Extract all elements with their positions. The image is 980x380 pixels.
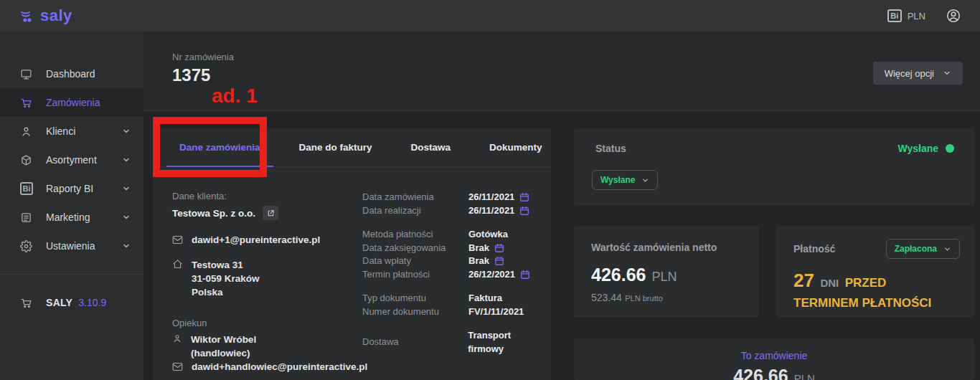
sidebar-item-bi-reports[interactable]: Bi Raporty BI: [0, 174, 143, 203]
cart-icon: [20, 297, 33, 309]
tab-invoice-data[interactable]: Dane do faktury: [289, 128, 382, 167]
info-value: Gotówka: [468, 228, 508, 242]
net-currency: PLN: [651, 270, 677, 285]
user-account-icon[interactable]: [946, 8, 961, 24]
client-column: Dane klienta: Testowa Sp. z o.o.: [172, 191, 352, 372]
sidebar-item-marketing[interactable]: Marketing: [0, 203, 143, 232]
chevron-down-icon: [122, 242, 131, 250]
info-value: Faktura: [468, 292, 502, 305]
more-options-button[interactable]: Więcej opcji: [873, 62, 963, 85]
order-info-column: Data zamówienia 26/11/2021 Data realizac…: [362, 191, 549, 366]
tab-order-data[interactable]: Dane zamówienia: [169, 128, 270, 167]
order-number-label: Nr zamówienia: [172, 52, 234, 62]
total-currency: PLN: [794, 372, 815, 380]
chevron-down-icon: [943, 69, 951, 77]
payment-card-title: Płatność: [793, 243, 835, 255]
person-icon: [20, 125, 33, 138]
status-value-text: Wysłane: [897, 143, 938, 154]
tab-bar: Dane zamówienia Dane do faktury Dostawa …: [153, 128, 551, 167]
status-card-title: Status: [595, 143, 626, 154]
info-value: 26/11/2021: [468, 204, 514, 218]
home-icon: [172, 259, 183, 299]
info-label: Termin płatności: [362, 268, 468, 282]
order-number-value: 1375: [172, 65, 234, 85]
info-label: Numer dokumentu: [362, 305, 468, 319]
app-logo[interactable]: saly: [19, 6, 72, 25]
info-value: Brak: [468, 255, 489, 268]
topbar: saly Bi PLN: [0, 0, 980, 32]
status-dropdown[interactable]: Wysłane: [592, 170, 658, 190]
sidebar-footer: SALY 3.10.9: [0, 288, 143, 317]
sidebar-item-assortment[interactable]: Asortyment: [0, 146, 143, 174]
payment-deadline-text: PRZED TERMINEM PŁATNOŚCI: [793, 276, 931, 310]
client-data-label: Dane klienta:: [172, 191, 352, 201]
chevron-down-icon: [122, 127, 131, 136]
sidebar-item-orders[interactable]: Zamówienia: [0, 88, 143, 117]
cart-icon: [20, 97, 33, 109]
chevron-down-icon: [122, 156, 131, 164]
sidebar-item-label: Klienci: [46, 125, 122, 137]
person-icon: [172, 333, 182, 360]
info-value: FV/1/11/2021: [468, 305, 524, 319]
net-card-title: Wartość zamówienia netto: [591, 242, 742, 253]
sidebar-item-dashboard[interactable]: Dashboard: [0, 60, 143, 88]
sidebar-item-label: Dashboard: [46, 68, 131, 80]
info-value: 26/12/2021: [468, 268, 515, 282]
chevron-down-icon: [122, 184, 131, 193]
external-link-icon: [267, 209, 275, 217]
calendar-icon[interactable]: [519, 192, 529, 202]
net-amount: 426.66: [591, 265, 646, 285]
info-label: Data wpłaty: [362, 255, 468, 268]
client-address-line: 31-059 Kraków: [192, 272, 260, 285]
order-details-panel: Dane zamówienia Dane do faktury Dostawa …: [153, 128, 551, 380]
info-label: Data realizacji: [362, 204, 468, 218]
net-value-card: Wartość zamówienia netto 426.66 PLN 523.…: [574, 226, 759, 318]
info-label: Metoda płatności: [362, 228, 468, 242]
envelope-icon: [172, 235, 183, 245]
tab-documents[interactable]: Dokumenty: [479, 128, 552, 167]
cart-logo-icon: [19, 7, 37, 24]
info-label: Dostawa: [362, 336, 468, 349]
calendar-icon[interactable]: [520, 270, 530, 280]
currency-selector[interactable]: Bi PLN: [887, 9, 925, 22]
caretaker-label: Opiekun: [172, 318, 352, 328]
chevron-down-icon: [122, 213, 131, 222]
monitor-icon: [20, 68, 33, 80]
total-amount: 426.66: [733, 366, 788, 380]
logo-text: saly: [40, 6, 72, 25]
status-dropdown-label: Wysłane: [600, 175, 635, 185]
info-label: Data zaksięgowania: [362, 242, 468, 255]
currency-label: PLN: [908, 11, 925, 22]
order-total-card: To zamówienie 426.66 PLN: [574, 338, 974, 380]
box-icon: [20, 154, 33, 166]
bi-reports-icon: Bi: [20, 182, 33, 195]
sidebar-item-label: Marketing: [46, 212, 122, 223]
payment-status-dropdown[interactable]: Zapłacona: [886, 239, 960, 259]
page-header: Nr zamówienia 1375 Więcej opcji: [143, 32, 980, 111]
payment-days-value: 27: [793, 270, 814, 291]
envelope-icon: [172, 362, 183, 372]
total-card-title: To zamówienie: [574, 350, 974, 361]
annotation-ad1-text: ad. 1: [212, 85, 258, 108]
app-version: 3.10.9: [78, 297, 106, 308]
sidebar-item-clients[interactable]: Klienci: [0, 117, 143, 146]
payment-dropdown-label: Zapłacona: [895, 244, 937, 254]
sidebar-item-label: Zamówienia: [46, 97, 131, 108]
status-dot-icon: [946, 144, 954, 153]
calendar-icon[interactable]: [494, 256, 504, 266]
payment-card: Płatność Zapłacona 27 DNI PRZED TERMINEM…: [776, 226, 974, 318]
sidebar-item-settings[interactable]: Ustawienia: [0, 232, 143, 260]
gross-amount: 523.44: [591, 292, 622, 303]
calendar-icon[interactable]: [494, 243, 504, 253]
info-label: Typ dokumentu: [362, 292, 468, 305]
sidebar-item-label: Ustawienia: [46, 240, 122, 252]
info-value: Transport firmowy: [468, 329, 549, 356]
calendar-icon[interactable]: [519, 206, 529, 216]
gross-suffix: PLN brutto: [625, 294, 663, 303]
client-name: Testowa Sp. z o.o.: [172, 208, 255, 219]
status-card: Status Wysłane Wysłane: [574, 128, 974, 206]
tab-delivery[interactable]: Dostawa: [401, 128, 461, 167]
open-client-button[interactable]: [263, 206, 278, 220]
news-icon: [20, 212, 33, 224]
payment-days-unit: DNI: [820, 277, 839, 289]
